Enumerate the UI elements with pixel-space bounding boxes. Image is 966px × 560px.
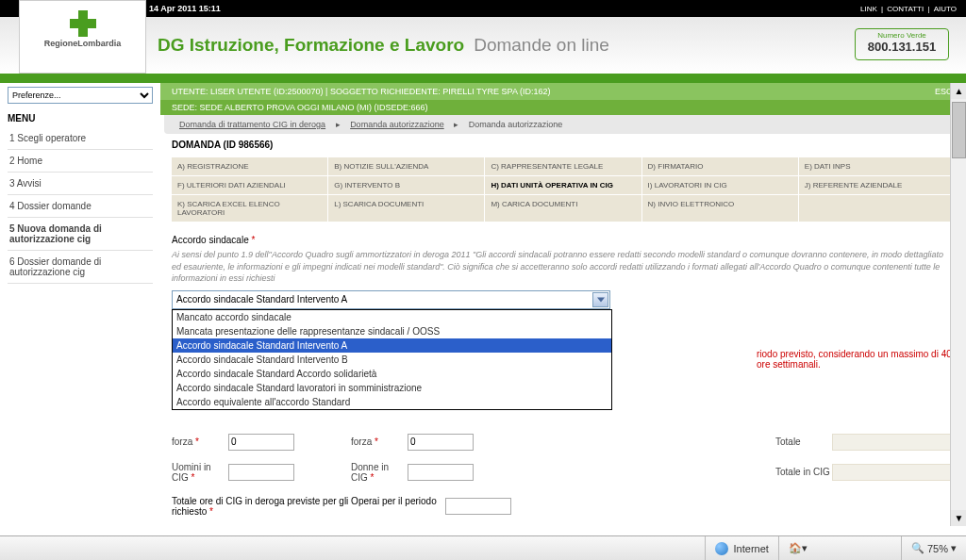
- zone-text: Internet: [734, 543, 769, 554]
- zoom-control[interactable]: 🔍 75% ▾: [901, 536, 966, 560]
- option-mancato[interactable]: Mancato accordo sindacale: [173, 310, 611, 324]
- option-standard-b[interactable]: Accordo sindacale Standard Intervento B: [173, 353, 611, 367]
- title-grey: Domande on line: [474, 35, 609, 56]
- menu-list: 1 Scegli operatore 2 Home 3 Avvisi 4 Dos…: [8, 127, 153, 284]
- menu-item-scegli-operatore[interactable]: 1 Scegli operatore: [8, 127, 153, 150]
- phone-number: 800.131.151: [858, 40, 946, 54]
- link-link[interactable]: LINK: [860, 5, 877, 13]
- breadcrumb-1[interactable]: Domanda di trattamento CIG in deroga: [179, 120, 325, 129]
- option-solidarieta[interactable]: Accordo sindacale Standard Accordo solid…: [173, 367, 611, 381]
- tab-h[interactable]: H) DATI UNITÀ OPERATIVA IN CIG: [485, 176, 641, 194]
- sidebar: Preferenze... MENU 1 Scegli operatore 2 …: [0, 83, 160, 526]
- preferences-select[interactable]: Preferenze...: [8, 87, 153, 104]
- tab-empty: [799, 195, 955, 222]
- tab-l[interactable]: L) SCARICA DOCUMENTI: [328, 195, 484, 222]
- user-info-bar: UTENTE: LISER UTENTE (ID:2500070) | SOGG…: [160, 83, 966, 100]
- accordo-dropdown: Mancato accordo sindacale Mancata presen…: [172, 309, 612, 410]
- menu-item-nuova-domanda[interactable]: 5 Nuova domanda di autorizzazione cig: [8, 218, 153, 251]
- option-somministrazione[interactable]: Accordo sindacale Standard lavoratori in…: [173, 381, 611, 395]
- breadcrumb: Domanda di trattamento CIG in deroga ▸ D…: [164, 115, 962, 134]
- tab-a[interactable]: A) REGISTRAZIONE: [172, 157, 327, 175]
- tab-m[interactable]: M) CARICA DOCUMENTI: [485, 195, 641, 222]
- tab-d[interactable]: D) FIRMATARIO: [642, 157, 798, 175]
- breadcrumb-2[interactable]: Domanda autorizzazione: [350, 120, 444, 129]
- forza-f-input[interactable]: [408, 434, 474, 451]
- option-equivalente[interactable]: Accordo equivalente all'accordo Standard: [173, 395, 611, 409]
- menu-item-dossier-autorizzazione[interactable]: 6 Dossier domande di autorizzazione cig: [8, 251, 153, 284]
- logo: RegioneLombardia: [19, 0, 146, 74]
- breadcrumb-sep-2: ▸: [454, 120, 458, 129]
- globe-icon: [715, 542, 728, 555]
- forza-m-input[interactable]: [228, 434, 294, 451]
- status-spacer: 🏠▾: [778, 536, 901, 560]
- browser-status-bar: Internet 🏠▾ 🔍 75% ▾: [0, 535, 966, 560]
- totale-label: Totale: [775, 436, 832, 447]
- menu-heading: MENU: [8, 113, 153, 124]
- option-standard-a[interactable]: Accordo sindacale Standard Intervento A: [173, 338, 611, 353]
- red-hint-text: riodo previsto, considerando un massimo …: [757, 349, 955, 370]
- page-title: DG Istruzione, Formazione e Lavoro Doman…: [146, 17, 855, 74]
- tab-n[interactable]: N) INVIO ELETTRONICO: [642, 195, 798, 222]
- tab-e[interactable]: E) DATI INPS: [799, 157, 955, 175]
- top-datetime: 14 Apr 2011 15:11: [149, 4, 221, 13]
- row-totale-ore: Totale ore di CIG in deroga previste per…: [172, 496, 955, 517]
- sede-info-text: SEDE: SEDE ALBERTO PROVA OGGI MILANO (MI…: [172, 103, 428, 112]
- totale-cig-value: [832, 464, 955, 481]
- scrollbar-thumb[interactable]: [952, 102, 966, 158]
- uomini-cig-label: Uomini in CIG *: [172, 462, 228, 483]
- menu-item-avvisi[interactable]: 3 Avvisi: [8, 173, 153, 195]
- sede-info-bar: SEDE: SEDE ALBERTO PROVA OGGI MILANO (MI…: [160, 100, 966, 115]
- vertical-scrollbar[interactable]: ▲ ▼: [950, 83, 966, 526]
- option-mancata-presentazione[interactable]: Mancata presentazione delle rappresentan…: [173, 324, 611, 338]
- zoom-chevron-down-icon[interactable]: ▾: [951, 542, 957, 554]
- security-zone: Internet: [705, 536, 778, 560]
- tab-f[interactable]: F) ULTERIORI DATI AZIENDALI: [172, 176, 327, 194]
- tab-i[interactable]: I) LAVORATORI IN CIG: [642, 176, 798, 194]
- tab-b[interactable]: B) NOTIZIE SULL'AZIENDA: [328, 157, 484, 175]
- page-header: RegioneLombardia DG Istruzione, Formazio…: [0, 17, 966, 75]
- totale-value: [832, 434, 955, 451]
- totale-ore-input[interactable]: [445, 498, 511, 515]
- content-title: DOMANDA (ID 986566): [172, 140, 955, 150]
- scroll-down-icon[interactable]: ▼: [951, 510, 966, 526]
- content: DOMANDA (ID 986566) A) REGISTRAZIONE B) …: [160, 140, 966, 517]
- tab-g[interactable]: G) INTERVENTO B: [328, 176, 484, 194]
- logo-text: RegioneLombardia: [25, 39, 140, 48]
- protected-mode-icon: 🏠▾: [789, 542, 808, 554]
- link-aiuto[interactable]: AIUTO: [934, 5, 957, 13]
- breadcrumb-3: Domanda autorizzazione: [469, 120, 563, 129]
- scroll-up-icon[interactable]: ▲: [951, 83, 966, 99]
- row-cig: Uomini in CIG * Donne in CIG * Totale in…: [172, 462, 955, 483]
- tab-grid: A) REGISTRAZIONE B) NOTIZIE SULL'AZIENDA…: [172, 157, 955, 222]
- forza-f-label: forza *: [351, 436, 408, 447]
- accordo-label: Accordo sindacale *: [172, 235, 955, 245]
- accordo-select[interactable]: Accordo sindacale Standard Intervento A …: [172, 290, 610, 309]
- link-contatti[interactable]: CONTATTI: [887, 5, 924, 13]
- totale-ore-label: Totale ore di CIG in deroga previste per…: [172, 496, 445, 517]
- zoom-icon: 🔍: [911, 542, 924, 554]
- phone-box: Numero Verde 800.131.151: [855, 28, 949, 60]
- accordo-selected-text: Accordo sindacale Standard Intervento A: [176, 294, 347, 305]
- logo-cross-icon: [70, 10, 96, 37]
- breadcrumb-sep-1: ▸: [336, 120, 341, 129]
- donne-cig-label: Donne in CIG *: [351, 462, 408, 483]
- donne-cig-input[interactable]: [408, 464, 474, 481]
- tab-k[interactable]: K) SCARICA EXCEL ELENCO LAVORATORI: [172, 195, 327, 222]
- tab-c[interactable]: C) RAPPRESENTANTE LEGALE: [485, 157, 641, 175]
- accordo-helptext: Ai sensi del punto 1.9 dell''Accordo Qua…: [172, 249, 955, 285]
- forza-m-label: forza *: [172, 436, 228, 447]
- uomini-cig-input[interactable]: [228, 464, 294, 481]
- tab-j[interactable]: J) REFERENTE AZIENDALE: [799, 176, 955, 194]
- main-area: UTENTE: LISER UTENTE (ID:2500070) | SOGG…: [160, 83, 966, 526]
- user-info-text: UTENTE: LISER UTENTE (ID:2500070) | SOGG…: [172, 87, 550, 96]
- zoom-value: 75%: [927, 543, 948, 554]
- top-links: LINK | CONTATTI | AIUTO: [858, 5, 958, 13]
- chevron-down-icon[interactable]: [592, 292, 608, 307]
- phone-label: Numero Verde: [858, 31, 946, 40]
- menu-item-home[interactable]: 2 Home: [8, 150, 153, 173]
- menu-item-dossier-domande[interactable]: 4 Dossier domande: [8, 195, 153, 218]
- totale-cig-label: Totale in CIG: [775, 467, 832, 477]
- title-green: DG Istruzione, Formazione e Lavoro: [158, 35, 464, 56]
- green-divider: [0, 75, 966, 83]
- row-forza: forza * forza * Totale: [172, 434, 955, 451]
